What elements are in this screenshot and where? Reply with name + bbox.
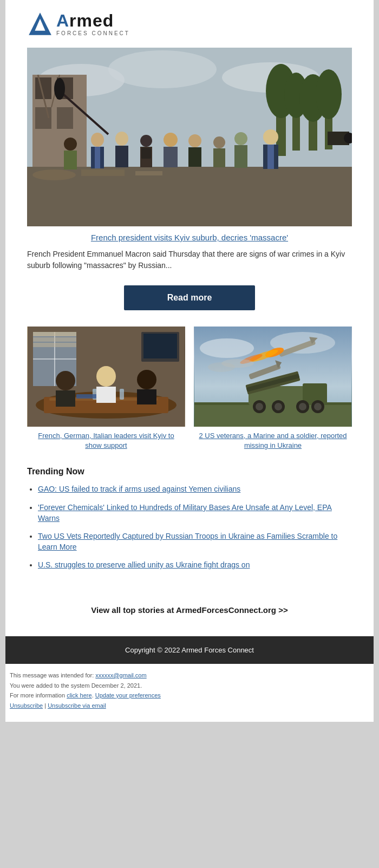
logo-icon — [27, 11, 53, 37]
secondary-image-1 — [27, 327, 185, 427]
svg-point-37 — [188, 134, 201, 147]
svg-rect-63 — [76, 394, 98, 399]
main-article-image — [27, 48, 352, 226]
view-all-section: View all top stories at ArmedForcesConne… — [5, 589, 374, 636]
logo: Armed FORCES CONNECT — [27, 11, 352, 37]
svg-point-47 — [54, 78, 65, 100]
svg-rect-62 — [120, 389, 124, 400]
main-description: French President Emmanuel Macron said Th… — [5, 246, 374, 280]
update-prefs-link[interactable]: Update your preferences — [95, 692, 161, 699]
secondary-article-2: 2 US veterans, a Marine and a soldier, r… — [194, 327, 352, 451]
list-item: U.S. struggles to preserve allied unity … — [38, 560, 352, 571]
logo-text: Armed FORCES CONNECT — [56, 12, 130, 36]
read-more-button[interactable]: Read more — [124, 285, 256, 310]
svg-point-80 — [256, 403, 263, 410]
svg-point-41 — [234, 132, 247, 145]
secondary-article-1: French, German, Italian leaders visit Ky… — [27, 327, 185, 451]
main-headline-link[interactable]: French president visits Kyiv suburb, dec… — [91, 233, 288, 242]
svg-rect-24 — [135, 171, 162, 175]
unsubscribe-link[interactable]: Unsubscribe — [10, 702, 43, 709]
svg-point-25 — [64, 138, 77, 151]
svg-point-27 — [91, 133, 104, 147]
header: Armed FORCES CONNECT — [5, 0, 374, 42]
copyright-text: Copyright © 2022 Armed Forces Connect — [125, 646, 254, 654]
svg-rect-54 — [33, 332, 76, 336]
svg-rect-31 — [115, 146, 128, 167]
logo-name: Armed — [56, 12, 130, 29]
svg-rect-38 — [188, 147, 201, 167]
footer-meta-line4: Unsubscribe | Unsubscribe via email — [10, 701, 352, 711]
trending-title: Trending Now — [27, 467, 352, 477]
footer-meta: This message was intended for: xxxxxx@gm… — [5, 664, 374, 722]
svg-point-68 — [137, 370, 156, 389]
footer-meta-line1: This message was intended for: xxxxxx@gm… — [10, 670, 352, 681]
trending-link-2[interactable]: 'Forever Chemicals' Linked to Hundreds o… — [38, 503, 332, 523]
svg-point-4 — [108, 50, 217, 88]
svg-point-35 — [164, 133, 178, 147]
click-here-link[interactable]: click here — [67, 692, 92, 699]
svg-rect-23 — [81, 169, 125, 176]
rocket-scene — [194, 327, 352, 427]
svg-rect-21 — [27, 167, 352, 226]
svg-rect-56 — [33, 343, 76, 347]
svg-point-22 — [32, 169, 76, 180]
secondary-articles: French, German, Italian leaders visit Ky… — [5, 321, 374, 461]
email-link[interactable]: xxxxxx@gmail.com — [95, 672, 146, 678]
footer-bar: Copyright © 2022 Armed Forces Connect — [5, 636, 374, 664]
svg-rect-67 — [96, 387, 116, 403]
meeting-scene — [27, 327, 185, 427]
secondary-headline-2[interactable]: 2 US veterans, a Marine and a soldier, r… — [194, 427, 352, 451]
unsubscribe-email-link[interactable]: Unsubscribe via email — [48, 702, 106, 709]
svg-rect-29 — [95, 147, 100, 168]
svg-rect-42 — [234, 145, 247, 168]
trending-link-4[interactable]: U.S. struggles to preserve allied unity … — [38, 560, 250, 569]
main-scene-svg — [27, 48, 352, 226]
svg-point-32 — [140, 135, 152, 147]
svg-point-39 — [213, 136, 225, 148]
svg-rect-17 — [35, 107, 51, 129]
svg-point-13 — [316, 69, 342, 119]
read-more-wrapper: Read more — [5, 280, 374, 321]
svg-point-97 — [208, 362, 235, 372]
svg-point-43 — [263, 129, 278, 145]
svg-rect-45 — [267, 145, 274, 169]
trending-link-3[interactable]: Two US Vets Reportedly Captured by Russi… — [38, 532, 337, 551]
trending-link-1[interactable]: GAO: US failed to track if arms used aga… — [38, 485, 240, 493]
svg-point-64 — [56, 371, 75, 390]
svg-point-82 — [275, 403, 282, 410]
view-all-link[interactable]: View all top stories at ArmedForcesConne… — [91, 605, 287, 615]
svg-point-66 — [96, 366, 116, 387]
trending-section: Trending Now GAO: US failed to track if … — [5, 461, 374, 589]
svg-point-84 — [299, 403, 306, 410]
trending-list: GAO: US failed to track if arms used aga… — [27, 484, 352, 571]
svg-point-30 — [115, 132, 128, 146]
svg-rect-36 — [164, 147, 178, 167]
secondary-link-2[interactable]: 2 US veterans, a Marine and a soldier, r… — [199, 432, 347, 449]
svg-rect-65 — [56, 390, 75, 407]
svg-rect-34 — [141, 148, 151, 159]
main-headline[interactable]: French president visits Kyiv suburb, dec… — [5, 226, 374, 246]
list-item: Two US Vets Reportedly Captured by Russi… — [38, 531, 352, 552]
svg-rect-69 — [137, 389, 156, 404]
main-image-wrapper — [5, 42, 374, 226]
list-item: 'Forever Chemicals' Linked to Hundreds o… — [38, 502, 352, 524]
svg-point-86 — [314, 403, 322, 410]
logo-subtitle: FORCES CONNECT — [56, 30, 130, 36]
list-item: GAO: US failed to track if arms used aga… — [38, 484, 352, 495]
footer-meta-line3: For more information click here. Update … — [10, 690, 352, 701]
svg-rect-26 — [64, 151, 77, 169]
footer-meta-line2: You were added to the system December 2,… — [10, 681, 352, 691]
secondary-image-2 — [194, 327, 352, 427]
svg-rect-71 — [143, 334, 177, 358]
svg-rect-40 — [213, 148, 225, 167]
secondary-link-1[interactable]: French, German, Italian leaders visit Ky… — [38, 432, 174, 449]
svg-rect-55 — [33, 337, 76, 342]
logo-a: A — [56, 11, 69, 30]
secondary-headline-1[interactable]: French, German, Italian leaders visit Ky… — [27, 427, 185, 451]
svg-point-73 — [200, 338, 254, 358]
svg-rect-18 — [57, 107, 73, 129]
